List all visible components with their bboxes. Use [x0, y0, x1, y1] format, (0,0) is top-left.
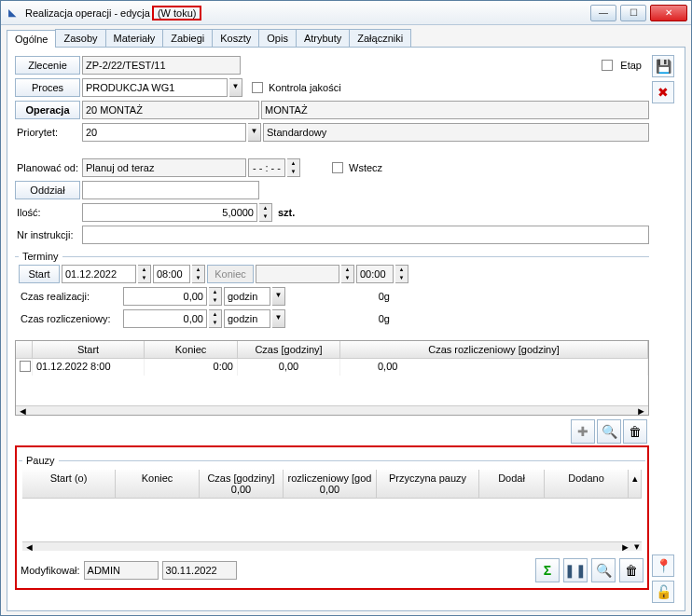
pauzy-col-rozl: rozliczeniowy [god0,00 — [284, 470, 377, 498]
start-date[interactable]: 01.12.2022 — [62, 265, 136, 283]
planowac-spinner[interactable]: ▲▼ — [287, 158, 300, 177]
priorytet-dropdown[interactable]: ▼ — [248, 123, 261, 142]
ilosc-field[interactable]: 5,0000 — [82, 203, 257, 222]
pause-button[interactable]: ❚❚ — [563, 558, 588, 582]
grid-hscroll[interactable]: ◄► — [16, 405, 648, 415]
planowac-label: Planować od: — [15, 162, 80, 173]
proces-button[interactable]: Proces — [15, 78, 80, 97]
pauzy-hscroll[interactable]: ◄►▾ — [22, 541, 642, 551]
terminy-legend: Terminy — [19, 251, 62, 262]
operacja-button[interactable]: Operacja — [15, 101, 80, 119]
tabstrip: Ogólne Zasoby Materiały Zabiegi Koszty O… — [7, 29, 685, 48]
oddzial-field[interactable] — [82, 181, 259, 199]
trash2-button[interactable]: 🗑 — [619, 558, 644, 582]
start-time[interactable]: 08:00 — [153, 265, 190, 283]
oddzial-button[interactable]: Oddział — [15, 181, 80, 199]
ilosc-unit: szt. — [278, 207, 295, 218]
operacja-name-field: MONTAŻ — [261, 101, 649, 119]
wstecz-checkbox[interactable] — [332, 162, 343, 173]
start-time-spin[interactable]: ▲▼ — [192, 265, 205, 283]
sigma-button[interactable]: Σ — [535, 558, 560, 582]
proces-field[interactable]: PRODUKCJA WG1 — [82, 78, 228, 97]
tab-zasoby[interactable]: Zasoby — [55, 29, 105, 47]
czasreal-sum: 0g — [287, 291, 390, 302]
tab-materialy[interactable]: Materiały — [105, 29, 164, 47]
koniec-time-spin[interactable]: ▲▼ — [395, 265, 408, 283]
czasrozl-spin[interactable]: ▲▼ — [209, 309, 222, 328]
mod-user: ADMIN — [84, 561, 159, 580]
priorytet-value[interactable]: 20 — [82, 123, 246, 142]
search-button[interactable]: 🔍 — [597, 419, 621, 444]
tab-ogolne[interactable]: Ogólne — [7, 30, 56, 48]
terminy-fieldset: Terminy Start 01.12.2022 ▲▼ 08:00 ▲▼ Kon… — [15, 251, 649, 335]
koniec-date-spin[interactable]: ▲▼ — [341, 265, 354, 283]
start-date-spin[interactable]: ▲▼ — [138, 265, 151, 283]
koniec-time[interactable]: 00:00 — [356, 265, 394, 283]
tab-zalaczniki[interactable]: Załączniki — [349, 29, 411, 47]
mod-date: 30.11.2022 — [162, 561, 237, 580]
kontrola-label: Kontrola jakości — [269, 82, 341, 93]
zlecenie-button[interactable]: Zlecenie — [15, 56, 80, 75]
czasrozl-unit[interactable]: godzin — [224, 309, 270, 328]
priorytet-label: Priorytet: — [15, 127, 80, 138]
col-start: Start — [33, 341, 145, 358]
cell-czas: 0,00 — [238, 359, 340, 376]
pauzy-col-czas: Czas [godziny]0,00 — [200, 470, 284, 498]
proces-dropdown[interactable]: ▼ — [229, 78, 242, 97]
maximize-button[interactable]: ☐ — [620, 5, 646, 21]
col-check — [16, 341, 33, 358]
czasrozl-unit-dd[interactable]: ▼ — [272, 309, 285, 328]
czasreal-unit[interactable]: godzin — [224, 287, 270, 306]
start-button[interactable]: Start — [19, 265, 60, 283]
tab-zabiegi[interactable]: Zabiegi — [162, 29, 213, 47]
czasreal-label: Czas realizacji: — [19, 291, 121, 302]
pauzy-legend: Pauzy — [22, 455, 59, 466]
table-row[interactable]: 01.12.2022 8:00 0:00 0,00 0,00 — [16, 359, 648, 376]
pauzy-vscroll-up[interactable]: ▴ — [629, 470, 642, 498]
cell-start: 01.12.2022 8:00 — [33, 359, 145, 376]
trash-button[interactable]: 🗑 — [623, 419, 647, 444]
tab-koszty[interactable]: Koszty — [212, 29, 259, 47]
ilosc-spinner[interactable]: ▲▼ — [259, 203, 272, 222]
window-status: (W toku) — [152, 6, 202, 21]
operacja-code-field: 20 MONTAŻ — [82, 101, 259, 119]
etap-checkbox[interactable] — [602, 60, 613, 71]
kontrola-checkbox[interactable] — [252, 82, 263, 93]
col-koniec: Koniec — [145, 341, 238, 358]
koniec-date[interactable] — [256, 265, 339, 283]
cell-czasrozl: 0,00 — [340, 359, 648, 376]
pauzy-col-start: Start (o) — [22, 470, 116, 498]
planowac-time: - - : - - — [248, 158, 285, 177]
tab-atrybuty[interactable]: Atrybuty — [296, 29, 350, 47]
window-title: Realizacja operacji - edycja — [25, 7, 150, 19]
close-button[interactable]: ✕ — [650, 5, 687, 21]
cell-koniec: 0:00 — [145, 359, 238, 376]
ilosc-label: Ilość: — [15, 207, 80, 218]
czasrozl-value[interactable]: 0,00 — [123, 309, 207, 328]
zlecenie-field: ZP-2/22/TEST/11 — [82, 56, 241, 75]
col-czas: Czas [godziny] — [238, 341, 340, 358]
pauzy-fieldset: Pauzy Start (o) Koniec Czas [godziny]0,0… — [19, 455, 645, 554]
search2-button[interactable]: 🔍 — [591, 558, 616, 582]
etap-label: Etap — [620, 60, 642, 71]
row-check[interactable] — [20, 361, 31, 372]
add-button[interactable]: ✚ — [571, 419, 595, 444]
wstecz-label: Wstecz — [349, 162, 382, 173]
pauzy-col-dodano: Dodano — [545, 470, 629, 498]
czasreal-unit-dd[interactable]: ▼ — [272, 287, 285, 306]
tab-opis[interactable]: Opis — [258, 29, 297, 47]
delete-icon[interactable]: ✖ — [652, 81, 674, 103]
minimize-button[interactable]: — — [590, 5, 616, 21]
save-icon[interactable]: 💾 — [652, 55, 674, 77]
pauzy-col-koniec: Koniec — [116, 470, 200, 498]
planowac-field: Planuj od teraz — [82, 158, 246, 177]
czasreal-value[interactable]: 0,00 — [123, 287, 207, 306]
app-icon: ◣ — [5, 6, 20, 21]
terminy-grid: Start Koniec Czas [godziny] Czas rozlicz… — [15, 340, 649, 416]
pauzy-col-dodal: Dodał — [479, 470, 545, 498]
koniec-button[interactable]: Koniec — [207, 265, 254, 283]
pin-icon[interactable]: 📍 — [652, 554, 674, 577]
czasreal-spin[interactable]: ▲▼ — [209, 287, 222, 306]
nrinstr-field[interactable] — [82, 226, 649, 244]
lock-icon[interactable]: 🔓 — [652, 581, 674, 603]
